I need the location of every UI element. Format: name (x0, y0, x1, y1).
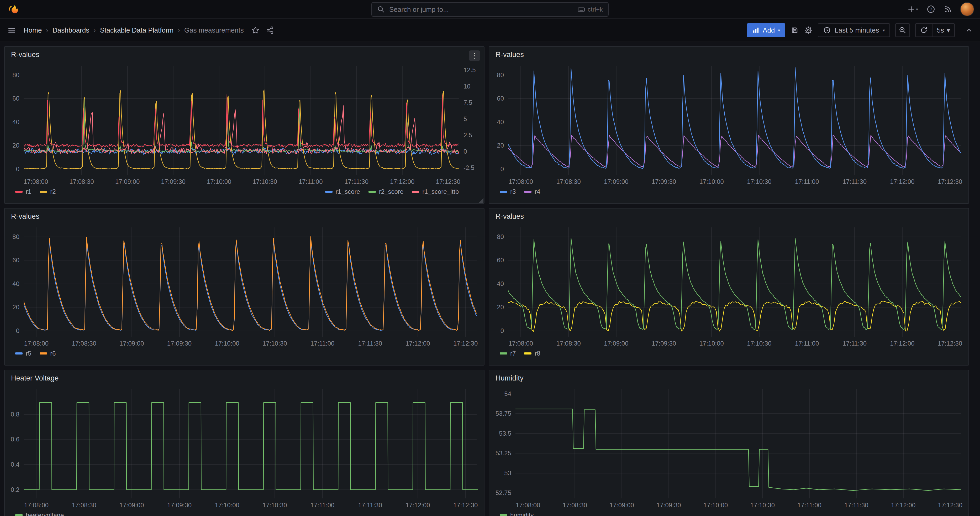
svg-text:40: 40 (497, 118, 504, 126)
svg-text:17:08:00: 17:08:00 (24, 340, 49, 347)
panel-legend: r1r2r1_scorer2_scorer1_score_lttb (15, 188, 459, 196)
legend-item-r8[interactable]: r8 (524, 350, 540, 357)
legend-item-r1_score[interactable]: r1_score (325, 188, 360, 195)
legend-swatch (40, 191, 47, 193)
series-r8[interactable] (508, 301, 961, 331)
panel-header: Heater Voltage (5, 370, 484, 386)
panel-title[interactable]: Heater Voltage (11, 374, 59, 382)
legend-item-r6[interactable]: r6 (40, 350, 56, 357)
series-r1[interactable] (24, 94, 459, 147)
svg-text:80: 80 (12, 233, 19, 240)
svg-text:17:09:00: 17:09:00 (115, 178, 140, 185)
legend-item-r3[interactable]: r3 (500, 188, 516, 195)
svg-text:17:12:00: 17:12:00 (891, 502, 915, 509)
panel-title[interactable]: Humidity (495, 374, 523, 382)
dashboard-settings-button[interactable] (804, 23, 813, 37)
grafana-logo-icon[interactable] (7, 2, 21, 16)
panel-chart[interactable]: 17:08:0017:08:3017:09:0017:09:3017:10:00… (5, 209, 484, 365)
series-r2_score[interactable] (24, 98, 458, 152)
user-avatar[interactable] (961, 3, 974, 16)
series-lines (24, 89, 459, 169)
y-axis-labels: 0.20.40.60.8 (11, 411, 19, 493)
legend-item-r1[interactable]: r1 (15, 188, 31, 195)
panel-5-humidity: Humidity17:08:0017:08:3017:09:0017:09:30… (489, 370, 969, 516)
panel-menu-button[interactable]: ⋮ (469, 50, 480, 61)
svg-text:17:11:30: 17:11:30 (358, 340, 382, 347)
legend-item-r7[interactable]: r7 (500, 350, 516, 357)
breadcrumb-folder[interactable]: Stackable Data Platform (100, 26, 173, 34)
star-icon (251, 26, 259, 34)
series-humidity[interactable] (515, 409, 961, 490)
series-lines (2, 403, 525, 489)
news-button[interactable] (944, 2, 952, 16)
panel-chart[interactable]: 17:08:0017:08:3017:09:0017:09:3017:10:00… (489, 47, 969, 203)
legend-item-r2[interactable]: r2 (40, 188, 56, 195)
panel-title[interactable]: R-values (495, 51, 524, 59)
new-menu-button[interactable]: ▾ (907, 2, 918, 16)
refresh-controls: 5s ▾ (915, 23, 955, 37)
refresh-icon (920, 26, 928, 34)
svg-text:17:12:00: 17:12:00 (890, 340, 915, 347)
series-r3[interactable] (508, 67, 961, 169)
x-axis-labels: 17:08:0017:08:3017:09:0017:09:3017:10:00… (516, 502, 963, 509)
svg-text:53.5: 53.5 (499, 430, 511, 437)
svg-text:17:08:30: 17:08:30 (69, 178, 94, 185)
collapse-topbar-button[interactable] (965, 23, 973, 37)
x-axis-labels: 17:08:0017:08:3017:09:0017:09:3017:10:00… (509, 340, 963, 347)
legend-item-r2_score[interactable]: r2_score (369, 188, 403, 195)
panel-title[interactable]: R-values (495, 212, 524, 221)
legend-swatch (369, 191, 376, 193)
dashboard-grid: R-values⋮17:08:0017:08:3017:09:0017:09:3… (0, 42, 980, 516)
search-shortcut-hint: ctrl+k (578, 6, 603, 13)
legend-swatch (524, 352, 531, 355)
series-lines (508, 67, 961, 169)
svg-text:17:10:30: 17:10:30 (750, 502, 775, 509)
help-button[interactable]: ? (926, 2, 935, 16)
legend-item-r4[interactable]: r4 (524, 188, 540, 195)
refresh-interval-picker[interactable]: 5s ▾ (932, 24, 954, 37)
panel-chart[interactable]: 17:08:0017:08:3017:09:0017:09:3017:10:00… (489, 370, 969, 516)
legend-swatch (412, 191, 419, 193)
zoom-out-button[interactable] (895, 23, 910, 37)
panel-chart[interactable]: 17:08:0017:08:3017:09:0017:09:3017:10:00… (5, 47, 484, 203)
x-axis-labels: 17:08:0017:08:3017:09:0017:09:3017:10:00… (509, 178, 963, 185)
topbar: Search or jump to... ctrl+k ▾ (0, 0, 980, 19)
series-r5[interactable] (24, 239, 477, 331)
mega-menu-toggle[interactable] (7, 23, 16, 37)
series-r1_score_lttb[interactable] (24, 105, 459, 154)
series-r2[interactable] (24, 89, 459, 169)
search-input[interactable]: Search or jump to... ctrl+k (371, 2, 609, 17)
legend-item-humidity[interactable]: humidity (500, 511, 534, 516)
breadcrumb-home[interactable]: Home (24, 26, 42, 34)
panel-chart[interactable]: 17:08:0017:08:3017:09:0017:09:3017:10:00… (5, 370, 484, 516)
panel-title[interactable]: R-values (11, 212, 39, 221)
series-heatervoltage[interactable] (2, 403, 525, 489)
breadcrumb-separator: › (178, 26, 180, 34)
svg-text:17:08:30: 17:08:30 (556, 340, 581, 347)
time-range-picker[interactable]: Last 5 minutes ▾ (818, 23, 890, 37)
panel-resize-handle[interactable] (479, 198, 484, 203)
panel-header: R-values (5, 47, 484, 62)
legend-item-r5[interactable]: r5 (15, 350, 31, 357)
panel-chart[interactable]: 17:08:0017:08:3017:09:0017:09:3017:10:00… (489, 209, 969, 365)
save-dashboard-button[interactable] (791, 23, 799, 37)
breadcrumb-current: Gas measurements (184, 26, 244, 34)
svg-text:0: 0 (16, 166, 19, 172)
svg-text:17:08:00: 17:08:00 (509, 178, 533, 185)
add-panel-button[interactable]: Add ▾ (747, 23, 785, 37)
series-lines (515, 409, 961, 490)
svg-text:20: 20 (12, 142, 19, 149)
favorite-star-button[interactable] (251, 23, 259, 37)
legend-item-r1_score_lttb[interactable]: r1_score_lttb (412, 188, 459, 195)
panel-title[interactable]: R-values (11, 51, 39, 59)
gridlines (515, 389, 961, 498)
legend-swatch (524, 191, 531, 193)
breadcrumb-dashboards[interactable]: Dashboards (52, 26, 89, 34)
refresh-button[interactable] (916, 24, 932, 37)
svg-text:20: 20 (497, 142, 504, 149)
share-button[interactable] (266, 23, 274, 37)
svg-text:0.8: 0.8 (11, 411, 19, 418)
x-axis-labels: 17:08:0017:08:3017:09:0017:09:3017:10:00… (24, 502, 478, 509)
svg-text:40: 40 (497, 280, 504, 287)
legend-item-heatervoltage[interactable]: heatervoltage (15, 511, 64, 516)
